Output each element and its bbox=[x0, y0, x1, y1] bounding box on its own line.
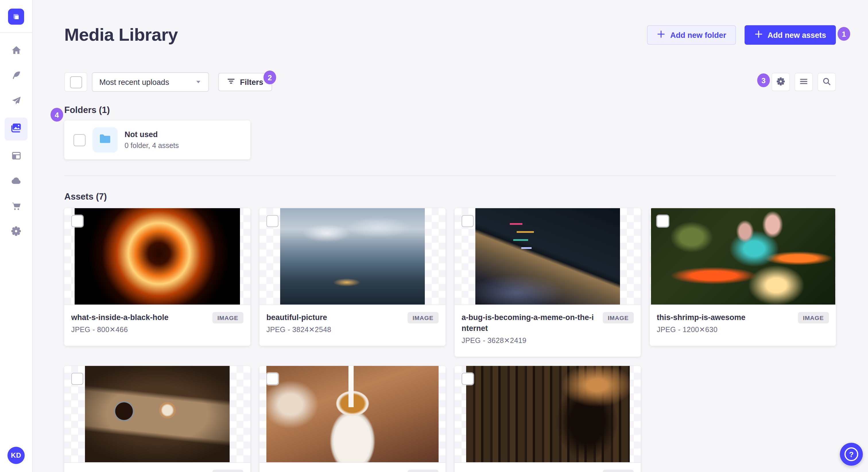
asset-meta: JPEG - 3628✕2419 bbox=[462, 336, 597, 345]
asset-texts: a-bug-is-becoming-a-meme-on-the-internet… bbox=[462, 312, 597, 345]
layout-panel-icon bbox=[11, 150, 22, 163]
toolbar-left: Most recent uploads Filters bbox=[64, 72, 272, 92]
cloud-icon bbox=[10, 175, 22, 189]
asset-caption: the-internet-s-own-boy JPEG - 1200✕707 I… bbox=[455, 463, 641, 472]
asset-type-badge: IMAGE bbox=[212, 312, 243, 324]
folder-tile bbox=[92, 127, 118, 153]
folder-icon bbox=[98, 132, 112, 148]
asset-thumbnail-area bbox=[259, 366, 445, 463]
page-header: Media Library Add new folder Add new ass… bbox=[64, 25, 836, 45]
section-divider bbox=[64, 175, 836, 176]
strapi-logo-icon[interactable] bbox=[8, 9, 24, 25]
asset-thumbnail bbox=[475, 208, 620, 305]
list-view-icon bbox=[799, 76, 808, 88]
gear-icon bbox=[10, 225, 22, 239]
strapi-logo-glyph bbox=[11, 11, 21, 22]
checkbox-box bbox=[70, 76, 82, 88]
shopping-cart-icon bbox=[11, 200, 22, 214]
search-button[interactable] bbox=[817, 73, 836, 91]
folder-checkbox[interactable] bbox=[73, 134, 86, 146]
filter-icon bbox=[227, 77, 236, 87]
folders-grid: Not used 0 folder, 4 assets bbox=[64, 121, 836, 160]
asset-type-badge: IMAGE bbox=[798, 312, 829, 324]
asset-thumbnail-area bbox=[64, 366, 250, 463]
filters-label: Filters bbox=[240, 78, 263, 86]
list-view-button[interactable] bbox=[795, 73, 813, 91]
asset-texts: coffee-beans JPEG - 5021✕3347 bbox=[71, 470, 206, 472]
asset-texts: the-internet-s-own-boy JPEG - 1200✕707 bbox=[462, 470, 597, 472]
grid-settings-button[interactable] bbox=[772, 73, 790, 91]
asset-caption: coffee-art JPEG - 5824✕3259 IMAGE bbox=[259, 463, 445, 472]
asset-thumbnail bbox=[280, 208, 425, 305]
asset-checkbox[interactable] bbox=[71, 215, 83, 227]
app-root: KD Media Library Add new folder Add new … bbox=[0, 0, 868, 472]
sidebar-item-settings[interactable] bbox=[5, 223, 28, 241]
asset-type-badge: IMAGE bbox=[602, 312, 634, 324]
asset-card[interactable]: coffee-art JPEG - 5824✕3259 IMAGE bbox=[259, 366, 445, 472]
asset-type-badge: IMAGE bbox=[212, 470, 243, 472]
asset-type-badge: IMAGE bbox=[407, 312, 439, 324]
asset-name: the-internet-s-own-boy bbox=[462, 470, 597, 472]
paper-plane-icon bbox=[11, 95, 22, 108]
sidebar-item-marketplace[interactable] bbox=[5, 198, 28, 216]
asset-card[interactable]: a-bug-is-becoming-a-meme-on-the-internet… bbox=[455, 208, 641, 357]
home-icon bbox=[11, 44, 22, 58]
sidebar-nav bbox=[0, 33, 32, 241]
asset-checkbox[interactable] bbox=[462, 373, 474, 385]
asset-texts: beautiful-picture JPEG - 3824✕2548 bbox=[267, 312, 402, 334]
asset-checkbox[interactable] bbox=[267, 215, 278, 227]
add-new-assets-label: Add new assets bbox=[768, 31, 826, 39]
asset-caption: beautiful-picture JPEG - 3824✕2548 IMAGE bbox=[259, 305, 445, 346]
toolbar-right bbox=[772, 73, 836, 91]
sidebar-item-home[interactable] bbox=[5, 42, 28, 60]
asset-name: a-bug-is-becoming-a-meme-on-the-internet bbox=[462, 312, 597, 334]
asset-meta: JPEG - 800✕466 bbox=[71, 325, 206, 334]
assets-heading: Assets (7) bbox=[64, 191, 836, 202]
asset-thumbnail-area bbox=[64, 208, 250, 305]
sort-dropdown[interactable]: Most recent uploads bbox=[92, 72, 209, 92]
asset-checkbox[interactable] bbox=[71, 373, 83, 385]
sidebar-item-deploy[interactable] bbox=[5, 173, 28, 191]
asset-checkbox[interactable] bbox=[657, 215, 669, 227]
asset-card[interactable]: what-s-inside-a-black-hole JPEG - 800✕46… bbox=[64, 208, 250, 346]
asset-checkbox[interactable] bbox=[267, 373, 278, 385]
sidebar-item-release[interactable] bbox=[5, 92, 28, 111]
asset-card[interactable]: the-internet-s-own-boy JPEG - 1200✕707 I… bbox=[455, 366, 641, 472]
asset-checkbox[interactable] bbox=[462, 215, 474, 227]
asset-name: coffee-beans bbox=[71, 470, 206, 472]
asset-caption: this-shrimp-is-awesome JPEG - 1200✕630 I… bbox=[650, 305, 836, 346]
asset-caption: a-bug-is-becoming-a-meme-on-the-internet… bbox=[455, 305, 641, 357]
asset-card[interactable]: coffee-beans JPEG - 5021✕3347 IMAGE bbox=[64, 366, 250, 472]
asset-thumbnail-area bbox=[259, 208, 445, 305]
sidebar-item-layout[interactable] bbox=[5, 147, 28, 166]
asset-card[interactable]: beautiful-picture JPEG - 3824✕2548 IMAGE bbox=[259, 208, 445, 346]
sidebar-item-media-library[interactable] bbox=[5, 117, 28, 140]
asset-name: beautiful-picture bbox=[267, 312, 402, 323]
assets-grid: what-s-inside-a-black-hole JPEG - 800✕46… bbox=[64, 208, 836, 472]
sort-dropdown-value: Most recent uploads bbox=[99, 78, 169, 86]
asset-caption: what-s-inside-a-black-hole JPEG - 800✕46… bbox=[64, 305, 250, 346]
select-all-checkbox[interactable] bbox=[64, 72, 87, 92]
asset-card[interactable]: this-shrimp-is-awesome JPEG - 1200✕630 I… bbox=[650, 208, 836, 346]
asset-thumbnail bbox=[85, 366, 229, 462]
sidebar-item-content[interactable] bbox=[5, 67, 28, 86]
help-button[interactable]: ? bbox=[840, 443, 863, 466]
add-new-folder-label: Add new folder bbox=[670, 31, 726, 39]
asset-type-badge: IMAGE bbox=[407, 470, 439, 472]
annotation-badge-2: 2 bbox=[264, 71, 276, 84]
asset-caption: coffee-beans JPEG - 5021✕3347 IMAGE bbox=[64, 463, 250, 472]
add-new-assets-button[interactable]: Add new assets bbox=[745, 25, 836, 45]
plus-icon bbox=[754, 30, 763, 40]
user-avatar[interactable]: KD bbox=[7, 447, 25, 464]
folders-heading: Folders (1) bbox=[64, 104, 836, 116]
page-title: Media Library bbox=[64, 25, 178, 45]
header-actions: Add new folder Add new assets bbox=[647, 25, 836, 45]
folder-card[interactable]: Not used 0 folder, 4 assets bbox=[64, 121, 250, 160]
settings-gear-icon bbox=[776, 76, 786, 88]
asset-thumbnail bbox=[651, 208, 835, 305]
add-new-folder-button[interactable]: Add new folder bbox=[647, 25, 736, 45]
media-library-icon bbox=[10, 122, 22, 136]
asset-name: what-s-inside-a-black-hole bbox=[71, 312, 206, 323]
folder-meta: 0 folder, 4 assets bbox=[125, 141, 179, 150]
asset-meta: JPEG - 1200✕630 bbox=[657, 325, 792, 334]
